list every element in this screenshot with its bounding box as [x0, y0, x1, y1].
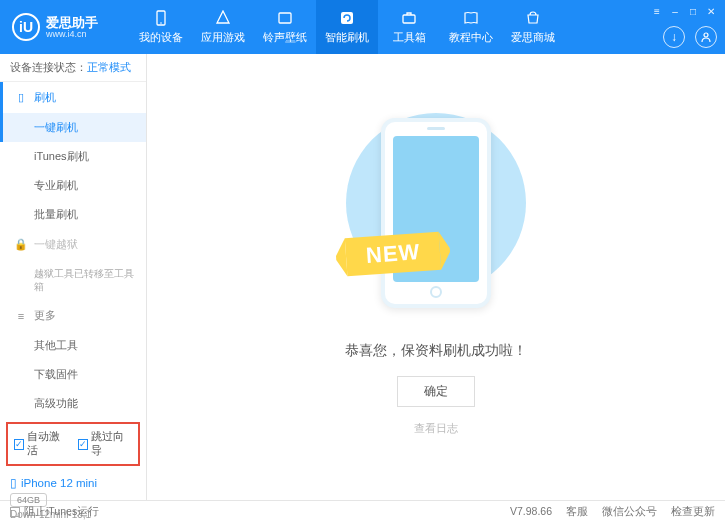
lock-icon: 🔒 — [14, 238, 28, 251]
success-message: 恭喜您，保资料刷机成功啦！ — [345, 342, 527, 360]
sidebar-item-other-tools[interactable]: 其他工具 — [0, 331, 146, 360]
sidebar-jailbreak-note: 越狱工具已转移至工具箱 — [0, 260, 146, 300]
store-icon — [524, 9, 542, 27]
sidebar-item-download-firmware[interactable]: 下载固件 — [0, 360, 146, 389]
sidebar: 设备连接状态：正常模式 ▯ 刷机 一键刷机 iTunes刷机 专业刷机 批量刷机… — [0, 54, 147, 500]
checkbox-auto-activate[interactable]: ✓ 自动激活 — [14, 430, 68, 458]
main-content: NEW 恭喜您，保资料刷机成功啦！ 确定 查看日志 — [147, 54, 725, 500]
user-icon[interactable] — [695, 26, 717, 48]
device-phone-icon: ▯ — [10, 476, 17, 490]
sidebar-item-advanced[interactable]: 高级功能 — [0, 389, 146, 418]
tab-ringtones[interactable]: 铃声壁纸 — [254, 0, 316, 54]
version-label: V7.98.66 — [510, 505, 552, 519]
more-icon: ≡ — [14, 310, 28, 322]
sidebar-item-pro-flash[interactable]: 专业刷机 — [0, 171, 146, 200]
check-update-link[interactable]: 检查更新 — [671, 505, 715, 519]
device-icon — [152, 9, 170, 27]
app-url: www.i4.cn — [46, 29, 98, 39]
phone-icon: ▯ — [14, 91, 28, 104]
svg-rect-3 — [341, 12, 353, 24]
svg-rect-2 — [279, 13, 291, 23]
svg-rect-4 — [403, 15, 415, 23]
checkbox-icon — [10, 507, 20, 517]
app-name: 爱思助手 — [46, 16, 98, 29]
window-controls: ≡ – □ ✕ — [643, 0, 725, 22]
tab-flash[interactable]: 智能刷机 — [316, 0, 378, 54]
tab-toolbox[interactable]: 工具箱 — [378, 0, 440, 54]
logo-icon: iU — [12, 13, 40, 41]
svg-point-1 — [160, 22, 162, 24]
wechat-link[interactable]: 微信公众号 — [602, 505, 657, 519]
logo-area: iU 爱思助手 www.i4.cn — [0, 13, 130, 41]
tab-store[interactable]: 爱思商城 — [502, 0, 564, 54]
sidebar-item-oneclick-flash[interactable]: 一键刷机 — [0, 113, 146, 142]
sidebar-item-itunes-flash[interactable]: iTunes刷机 — [0, 142, 146, 171]
check-icon: ✓ — [14, 439, 24, 450]
nav-tabs: 我的设备 应用游戏 铃声壁纸 智能刷机 工具箱 教程中心 爱思商城 — [130, 0, 564, 54]
sidebar-section-jailbreak[interactable]: 🔒 一键越狱 — [0, 229, 146, 260]
apps-icon — [214, 9, 232, 27]
svg-point-5 — [704, 33, 708, 37]
maximize-icon[interactable]: □ — [685, 4, 701, 18]
toolbox-icon — [400, 9, 418, 27]
app-header: iU 爱思助手 www.i4.cn 我的设备 应用游戏 铃声壁纸 智能刷机 工具… — [0, 0, 725, 54]
sidebar-item-batch-flash[interactable]: 批量刷机 — [0, 200, 146, 229]
menu-icon[interactable]: ≡ — [649, 4, 665, 18]
download-icon[interactable]: ↓ — [663, 26, 685, 48]
ok-button[interactable]: 确定 — [397, 376, 475, 407]
connection-status: 设备连接状态：正常模式 — [0, 54, 146, 82]
sidebar-section-more[interactable]: ≡ 更多 — [0, 300, 146, 331]
checkbox-highlight-box: ✓ 自动激活 ✓ 跳过向导 — [6, 422, 140, 466]
close-icon[interactable]: ✕ — [703, 4, 719, 18]
tab-my-device[interactable]: 我的设备 — [130, 0, 192, 54]
new-ribbon: NEW — [345, 232, 442, 276]
sidebar-section-flash[interactable]: ▯ 刷机 — [0, 82, 146, 113]
view-log-link[interactable]: 查看日志 — [414, 421, 458, 436]
success-illustration: NEW — [356, 118, 516, 318]
tab-apps[interactable]: 应用游戏 — [192, 0, 254, 54]
tab-tutorials[interactable]: 教程中心 — [440, 0, 502, 54]
minimize-icon[interactable]: – — [667, 4, 683, 18]
book-icon — [462, 9, 480, 27]
wallpaper-icon — [276, 9, 294, 27]
check-icon: ✓ — [78, 439, 88, 450]
checkbox-block-itunes[interactable]: 阻止iTunes运行 — [10, 505, 99, 519]
checkbox-skip-guide[interactable]: ✓ 跳过向导 — [78, 430, 132, 458]
flash-icon — [338, 9, 356, 27]
support-link[interactable]: 客服 — [566, 505, 588, 519]
